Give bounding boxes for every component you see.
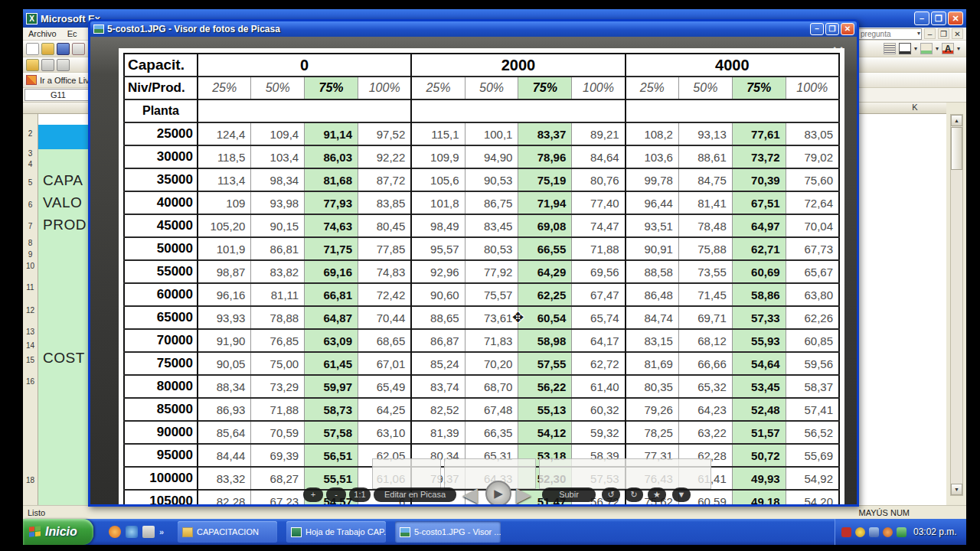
star-icon[interactable]: ★ — [648, 487, 666, 502]
office-live-label[interactable]: Ir a Office Liv — [40, 76, 90, 85]
menu-archivo[interactable]: Archivo — [23, 29, 62, 38]
thumbnail[interactable] — [372, 458, 441, 489]
previous-photo-icon[interactable]: ◀ — [462, 483, 478, 504]
tray-messenger-icon[interactable] — [855, 527, 865, 537]
value-cell: 93,93 — [198, 306, 251, 329]
task-button-capacitacion[interactable]: CAPACITACION — [178, 521, 277, 543]
collapse-toolbar-icon[interactable]: ▼ — [672, 487, 691, 502]
print-icon[interactable] — [72, 43, 85, 55]
row-number[interactable]: 14 — [23, 341, 38, 350]
row-number[interactable]: 18 — [23, 476, 38, 484]
upload-button[interactable]: Subir — [542, 487, 596, 502]
column-header-k[interactable]: K — [873, 103, 957, 112]
undo-icon[interactable] — [41, 59, 54, 71]
task-button-excel[interactable]: Hoja de Trabajo CAP... — [286, 521, 386, 543]
value-cell: 81,41 — [678, 191, 732, 214]
scroll-down-icon[interactable]: ▼ — [951, 484, 962, 495]
value-cell: 51,57 — [732, 421, 786, 444]
quick-launch-overflow-icon[interactable]: » — [159, 527, 164, 536]
rotate-right-icon[interactable]: ↻ — [625, 487, 643, 502]
workbook-restore-button[interactable]: ❐ — [938, 28, 949, 39]
row-number[interactable]: 13 — [23, 328, 38, 336]
capacity-cell: 40000 — [124, 191, 198, 214]
row-number[interactable]: 6 — [23, 201, 38, 209]
value-cell: 63,10 — [358, 421, 411, 444]
quick-launch-icon-3[interactable] — [142, 526, 155, 538]
open-file-icon[interactable] — [41, 43, 54, 55]
fill-color-icon[interactable] — [920, 43, 933, 54]
start-button[interactable]: Inicio — [23, 519, 93, 545]
row-number[interactable]: 16 — [23, 377, 38, 386]
excel-minimize-button[interactable]: – — [914, 11, 929, 25]
value-cell: 91,90 — [198, 329, 251, 352]
pct-header: 50% — [465, 77, 518, 99]
picasa-close-button[interactable]: ✕ — [841, 23, 854, 35]
question-input[interactable]: pregunta ▾ — [858, 28, 922, 40]
save-icon[interactable] — [57, 43, 70, 55]
font-color-dropdown-icon[interactable]: ▾ — [957, 45, 960, 52]
edit-in-picasa-button[interactable]: Editar en Picasa — [374, 487, 456, 502]
row-number[interactable]: 11 — [23, 283, 38, 292]
rotate-left-icon[interactable]: ↺ — [602, 487, 620, 502]
scrollbar-thumb[interactable] — [951, 127, 962, 170]
font-color-icon[interactable]: A — [942, 43, 954, 54]
task-button-picasa[interactable]: 5-costo1.JPG - Visor ... — [395, 521, 501, 543]
excel-restore-button[interactable]: ❐ — [931, 11, 946, 25]
row-number[interactable]: 7 — [23, 222, 38, 230]
excel-format-icons: ▾ ▾ A ▾ — [884, 43, 960, 54]
value-cell: 71,88 — [572, 237, 626, 260]
row-number[interactable]: 5 — [23, 178, 38, 187]
redo-icon[interactable] — [57, 59, 70, 71]
picasa-title-bar[interactable]: 5-costo1.JPG - Visor de fotos de Picasa … — [90, 21, 857, 37]
indent-icon[interactable] — [884, 43, 896, 54]
question-dropdown-icon[interactable]: ▾ — [917, 30, 920, 37]
menu-edicion[interactable]: Ec — [62, 29, 83, 38]
value-cell: 64,23 — [678, 398, 732, 421]
value-cell: 77,93 — [305, 191, 358, 214]
table-row: 4000010993,9877,9383,85101,886,7571,9477… — [124, 191, 839, 214]
value-cell: 75,57 — [465, 283, 518, 306]
actual-size-button[interactable]: 1:1 — [349, 487, 371, 502]
excel-close-button[interactable]: ✕ — [948, 11, 963, 25]
row-number[interactable]: 10 — [23, 262, 38, 270]
picasa-minimize-button[interactable]: – — [810, 23, 824, 35]
value-cell: 74,47 — [572, 214, 626, 237]
borders-dropdown-icon[interactable]: ▾ — [914, 45, 917, 52]
row-number[interactable]: 2 — [23, 129, 38, 138]
workbook-close-button[interactable]: ✕ — [952, 28, 963, 39]
row-number[interactable]: 8 — [23, 239, 38, 247]
quick-launch-icon-2[interactable] — [126, 526, 138, 538]
new-file-icon[interactable] — [26, 43, 39, 55]
value-cell: 109,4 — [251, 122, 305, 145]
value-cell: 96,16 — [198, 283, 251, 306]
next-photo-icon[interactable]: ▶ — [516, 483, 531, 504]
value-cell: 57,41 — [786, 398, 839, 421]
folder-icon[interactable] — [26, 59, 39, 71]
picasa-maximize-button[interactable]: ❐ — [825, 23, 839, 35]
row-number[interactable]: 4 — [23, 160, 38, 168]
row-number[interactable]: 9 — [23, 250, 38, 259]
play-slideshow-icon[interactable]: ▶ — [485, 481, 511, 504]
vertical-scrollbar[interactable]: ▲ ▼ — [950, 114, 963, 496]
tray-security-icon[interactable] — [897, 527, 906, 537]
tray-flag-icon[interactable] — [841, 527, 851, 537]
row-number[interactable]: 3 — [23, 149, 38, 158]
workbook-minimize-button[interactable]: – — [924, 28, 936, 39]
tray-network-icon[interactable] — [869, 527, 879, 537]
row-number[interactable]: 12 — [23, 306, 38, 315]
fill-dropdown-icon[interactable]: ▾ — [936, 45, 939, 52]
value-cell: 92,96 — [411, 260, 465, 283]
quick-launch-icon-1[interactable] — [109, 526, 121, 538]
zoom-in-button[interactable]: + — [303, 487, 323, 502]
zoom-out-button[interactable]: - — [326, 487, 346, 502]
filmstrip-thumbnails[interactable] — [372, 458, 717, 491]
row-number[interactable]: 15 — [23, 356, 38, 364]
name-box[interactable]: G11 — [24, 89, 92, 101]
borders-icon[interactable] — [899, 43, 911, 54]
value-cell: 74,83 — [358, 260, 411, 283]
tray-update-icon[interactable] — [883, 527, 893, 537]
capacity-cell: 35000 — [124, 168, 198, 191]
thumbnail[interactable] — [539, 458, 711, 489]
scroll-up-icon[interactable]: ▲ — [951, 115, 962, 126]
value-cell: 60,32 — [572, 398, 626, 421]
